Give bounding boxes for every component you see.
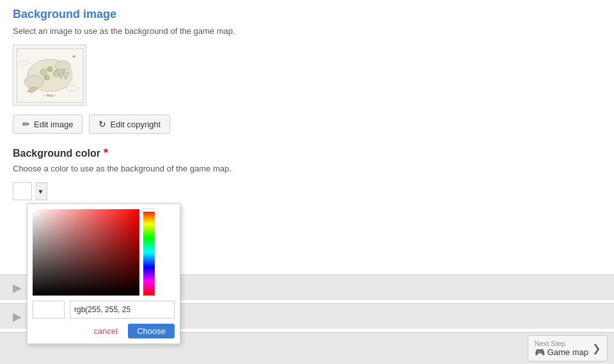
picker-bottom (33, 301, 175, 319)
svg-point-8 (44, 75, 49, 80)
edit-icon: ✏ (22, 119, 30, 129)
image-preview: ~ Map ~ ✦ (13, 45, 86, 106)
gradient-canvas[interactable] (33, 209, 139, 296)
next-step-button[interactable]: Next Step 🎮 Game map ❯ (528, 335, 608, 361)
rgb-input[interactable] (70, 301, 175, 319)
expand-arrow-2[interactable]: ▶ (13, 310, 22, 324)
hue-handle (142, 209, 156, 212)
copyright-icon: ↻ (98, 119, 106, 129)
color-dropdown-arrow[interactable]: ▼ (35, 182, 47, 200)
edit-image-label: Edit image (34, 120, 73, 129)
color-swatch[interactable] (13, 182, 32, 200)
next-step-name: 🎮 Game map (535, 347, 588, 357)
picker-gradient-area[interactable] (33, 209, 139, 296)
svg-point-6 (47, 67, 52, 72)
svg-point-3 (24, 75, 43, 88)
next-step-content: Next Step 🎮 Game map (535, 340, 588, 357)
section-description: Select an image to use as the background… (13, 26, 601, 36)
svg-text:~ Map ~: ~ Map ~ (43, 93, 56, 97)
cancel-button[interactable]: cancel (89, 324, 123, 338)
picker-color-display (33, 301, 65, 319)
required-indicator: * (104, 146, 108, 160)
page-wrapper: Background image Select an image to use … (0, 0, 614, 364)
edit-copyright-label: Edit copyright (110, 120, 161, 129)
next-step-game-name: Game map (547, 347, 588, 357)
next-step-label: Next Step (535, 340, 565, 347)
edit-image-button[interactable]: ✏ Edit image (13, 115, 83, 134)
picker-actions: cancel Choose (33, 324, 175, 338)
svg-text:✦: ✦ (71, 54, 75, 59)
bg-color-title-text: Background color (13, 148, 100, 159)
color-picker-popup: cancel Choose (27, 203, 180, 344)
color-picker-row: ▼ (13, 182, 601, 200)
hue-strip[interactable] (143, 209, 155, 296)
button-row: ✏ Edit image ↻ Edit copyright (13, 115, 601, 134)
chevron-right-icon: ❯ (592, 342, 601, 354)
edit-copyright-button[interactable]: ↻ Edit copyright (89, 115, 170, 134)
background-image-section: Background image Select an image to use … (13, 8, 601, 134)
main-content: Background image Select an image to use … (0, 0, 614, 222)
map-image: ~ Map ~ ✦ (15, 47, 85, 104)
svg-point-5 (40, 69, 47, 75)
bg-color-description: Choose a color to use as the background … (13, 164, 601, 173)
gamepad-icon: 🎮 (535, 347, 545, 357)
gradient-handle (34, 210, 39, 216)
background-color-section: Background color * Choose a color to use… (13, 146, 601, 200)
section-title: Background image (13, 8, 601, 21)
bg-color-title: Background color * (13, 146, 601, 160)
expand-arrow-1[interactable]: ▶ (13, 281, 22, 295)
choose-button[interactable]: Choose (128, 324, 175, 338)
